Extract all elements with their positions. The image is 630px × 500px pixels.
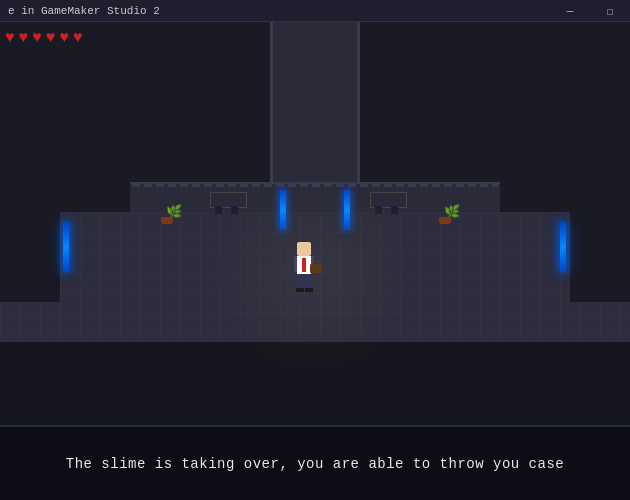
- game-area: ♥ ♥ ♥ ♥ ♥ ♥: [0, 22, 630, 500]
- bench-left: [210, 192, 245, 214]
- left-wall-top: [0, 182, 130, 212]
- heart-3: ♥: [32, 30, 42, 46]
- plant-right: 🌿: [443, 204, 459, 224]
- heart-4: ♥: [46, 30, 56, 46]
- player-briefcase: [310, 264, 322, 273]
- title-bar: e in GameMaker Studio 2 — ☐: [0, 0, 630, 22]
- player-foot-left: [296, 288, 304, 292]
- heart-1: ♥: [5, 30, 15, 46]
- left-indent: [0, 212, 60, 302]
- blue-strip-corridor-left: [280, 190, 286, 230]
- dialog-box: The slime is taking over, you are able t…: [0, 425, 630, 500]
- heart-6: ♥: [73, 30, 83, 46]
- game-window: e in GameMaker Studio 2 — ☐ ♥ ♥ ♥ ♥ ♥ ♥: [0, 0, 630, 500]
- player-head: [297, 242, 311, 256]
- maximize-button[interactable]: ☐: [590, 0, 630, 22]
- minimize-button[interactable]: —: [550, 0, 590, 22]
- right-indent: [570, 212, 630, 302]
- bench-right: [370, 192, 405, 214]
- corridor-detail: [132, 184, 498, 187]
- player-character: [290, 242, 318, 290]
- plant-left: 🌿: [165, 204, 181, 224]
- title-text: e in GameMaker Studio 2: [0, 5, 160, 17]
- player-foot-right: [305, 288, 313, 292]
- heart-2: ♥: [19, 30, 29, 46]
- window-controls: — ☐: [550, 0, 630, 21]
- heart-5: ♥: [59, 30, 69, 46]
- right-wall-top: [500, 182, 630, 212]
- dialog-text: The slime is taking over, you are able t…: [46, 456, 584, 472]
- blue-strip-left-1: [63, 222, 69, 272]
- player-tie: [302, 258, 306, 272]
- blue-strip-corridor-right: [344, 190, 350, 230]
- blue-strip-right-1: [560, 222, 566, 272]
- hearts-display: ♥ ♥ ♥ ♥ ♥ ♥: [5, 30, 83, 46]
